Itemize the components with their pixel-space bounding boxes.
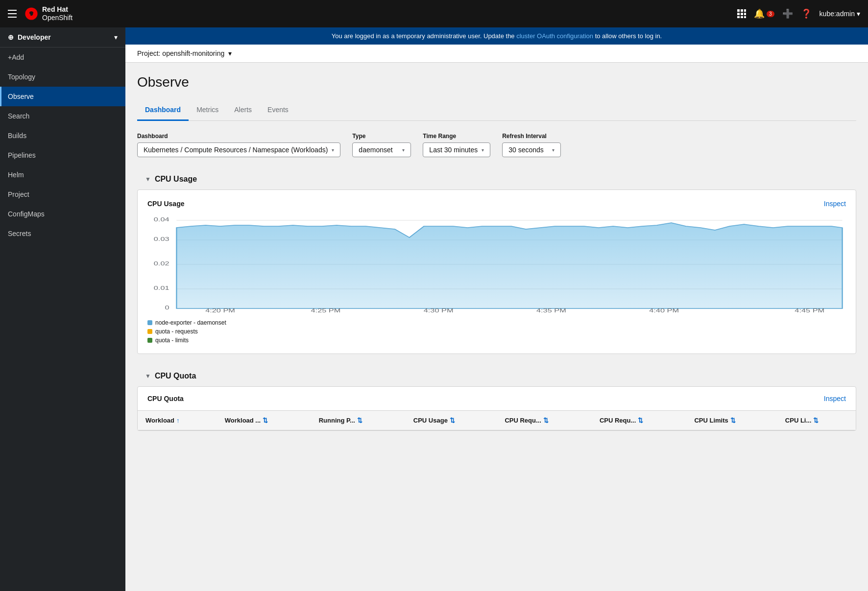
time-range-control: Time Range Last 30 minutes ▾: [423, 133, 490, 157]
svg-rect-11: [741, 16, 743, 18]
sidebar-item-observe[interactable]: Observe: [0, 87, 125, 106]
banner-text-after: to allow others to log in.: [595, 32, 662, 40]
type-select[interactable]: daemonset ▾: [352, 142, 411, 157]
svg-text:0.02: 0.02: [154, 260, 169, 267]
dashboard-label: Dashboard: [137, 133, 340, 140]
cpu-quota-table-section: CPU Quota Inspect Workload ↑: [137, 386, 856, 431]
cpu-usage-section-header[interactable]: ▼ CPU Usage: [137, 169, 856, 189]
svg-text:4:35 PM: 4:35 PM: [536, 307, 566, 313]
chart-title: CPU Usage: [147, 200, 184, 208]
banner-text: You are logged in as a temporary adminis…: [332, 32, 516, 40]
sort-icon: ⇅: [813, 417, 819, 424]
layout: ⊕ Developer ▾ +Add Topology Observe Sear…: [0, 27, 868, 591]
sidebar-item-label: +Add: [8, 53, 24, 61]
time-range-select[interactable]: Last 30 minutes ▾: [423, 142, 490, 157]
legend-item: quota - requests: [147, 328, 846, 335]
col-cpu-requ1: CPU Requ... ⇅: [497, 411, 592, 430]
sidebar-item-label: Secrets: [8, 230, 31, 237]
table-header-row: Workload ↑ Workload ... ⇅: [138, 411, 856, 430]
svg-rect-4: [737, 9, 740, 12]
sidebar-item-pipelines[interactable]: Pipelines: [0, 145, 125, 165]
dashboard-select[interactable]: Kubernetes / Compute Resources / Namespa…: [137, 142, 340, 157]
refresh-select[interactable]: 30 seconds ▾: [502, 142, 561, 157]
inspect-link[interactable]: Inspect: [824, 200, 846, 208]
col-cpu-usage: CPU Usage ⇅: [406, 411, 497, 430]
dashboard-value: Kubernetes / Compute Resources / Namespa…: [144, 146, 328, 154]
project-chevron-icon[interactable]: ▾: [228, 49, 232, 57]
sidebar: ⊕ Developer ▾ +Add Topology Observe Sear…: [0, 27, 125, 591]
banner-link[interactable]: cluster OAuth configuration: [516, 32, 593, 40]
context-selector[interactable]: ⊕ Developer ▾: [0, 27, 125, 47]
col-cpu-limits2: CPU Li... ⇅: [777, 411, 856, 430]
col-running-pods: Running P... ⇅: [311, 411, 406, 430]
col-workload: Workload ↑: [138, 411, 217, 430]
legend-label: quota - limits: [155, 337, 189, 344]
cpu-usage-section-body: CPU Usage Inspect 0.04 0.03 0.02 0.01 0: [137, 189, 856, 354]
sidebar-item-label: Pipelines: [8, 151, 36, 159]
svg-text:4:25 PM: 4:25 PM: [311, 307, 341, 313]
tab-dashboard[interactable]: Dashboard: [137, 100, 189, 121]
type-chevron-icon: ▾: [402, 147, 405, 153]
sidebar-item-builds[interactable]: Builds: [0, 126, 125, 145]
refresh-chevron-icon: ▾: [552, 147, 555, 153]
type-label: Type: [352, 133, 411, 140]
section-title: CPU Quota: [155, 372, 196, 380]
help-button[interactable]: ❓: [801, 8, 812, 19]
sort-icon: ↑: [176, 417, 180, 424]
chart-legend: node-exporter - daemonset quota - reques…: [147, 319, 846, 344]
svg-text:0.04: 0.04: [154, 216, 169, 223]
sidebar-item-helm[interactable]: Helm: [0, 165, 125, 185]
svg-text:0.01: 0.01: [154, 285, 169, 291]
svg-rect-7: [737, 13, 740, 15]
tabs: Dashboard Metrics Alerts Events: [137, 100, 856, 121]
svg-rect-12: [744, 16, 746, 18]
type-control: Type daemonset ▾: [352, 133, 411, 157]
sidebar-item-secrets[interactable]: Secrets: [0, 224, 125, 243]
tab-alerts[interactable]: Alerts: [226, 100, 260, 121]
cpu-quota-table: Workload ↑ Workload ... ⇅: [138, 411, 856, 430]
user-chevron-icon: ▾: [857, 10, 860, 18]
svg-text:0.03: 0.03: [154, 236, 169, 242]
section-toggle-icon: ▼: [145, 373, 151, 379]
sidebar-item-search[interactable]: Search: [0, 106, 125, 126]
tab-events[interactable]: Events: [260, 100, 296, 121]
brand-product: OpenShift: [42, 14, 72, 22]
time-range-value: Last 30 minutes: [429, 146, 478, 154]
legend-color-quota-limits: [147, 338, 152, 343]
tab-metrics[interactable]: Metrics: [189, 100, 226, 121]
table-inspect-link[interactable]: Inspect: [824, 395, 846, 402]
sidebar-item-project[interactable]: Project: [0, 185, 125, 204]
grid-button[interactable]: [737, 9, 746, 18]
context-chevron-icon: ▾: [114, 33, 118, 41]
notifications-button[interactable]: 🔔 3: [754, 8, 774, 19]
legend-item: node-exporter - daemonset: [147, 319, 846, 326]
add-button[interactable]: ➕: [782, 8, 793, 19]
svg-text:0: 0: [165, 305, 169, 311]
legend-label: node-exporter - daemonset: [155, 319, 226, 326]
sort-icon: ⇅: [638, 417, 643, 424]
time-range-chevron-icon: ▾: [482, 147, 484, 153]
sidebar-item-topology[interactable]: Topology: [0, 67, 125, 87]
cpu-quota-section: ▼ CPU Quota CPU Quota Inspect W: [137, 366, 856, 431]
sidebar-item-label: ConfigMaps: [8, 210, 45, 218]
controls-row: Dashboard Kubernetes / Compute Resources…: [137, 133, 856, 157]
sort-icon: ⇅: [543, 417, 549, 424]
sidebar-item-label: Topology: [8, 73, 35, 81]
brand-logo: Red Hat OpenShift: [24, 5, 72, 22]
sort-icon: ⇅: [357, 417, 362, 424]
cpu-usage-chart: 0.04 0.03 0.02 0.01 0: [147, 215, 846, 313]
page-title: Observe: [137, 74, 856, 90]
refresh-control: Refresh Interval 30 seconds ▾: [502, 133, 561, 157]
sidebar-item-configmaps[interactable]: ConfigMaps: [0, 204, 125, 224]
table-title: CPU Quota: [147, 395, 184, 402]
svg-rect-6: [744, 9, 746, 12]
sidebar-item-add[interactable]: +Add: [0, 47, 125, 67]
hamburger-button[interactable]: [8, 10, 17, 18]
svg-text:4:20 PM: 4:20 PM: [205, 307, 235, 313]
info-banner: You are logged in as a temporary adminis…: [125, 27, 868, 45]
user-menu[interactable]: kube:admin ▾: [820, 10, 860, 18]
cpu-quota-section-header[interactable]: ▼ CPU Quota: [137, 366, 856, 386]
sidebar-item-label: Search: [8, 112, 29, 120]
table-section-header: CPU Quota Inspect: [138, 387, 856, 411]
sidebar-item-label: Helm: [8, 171, 24, 179]
